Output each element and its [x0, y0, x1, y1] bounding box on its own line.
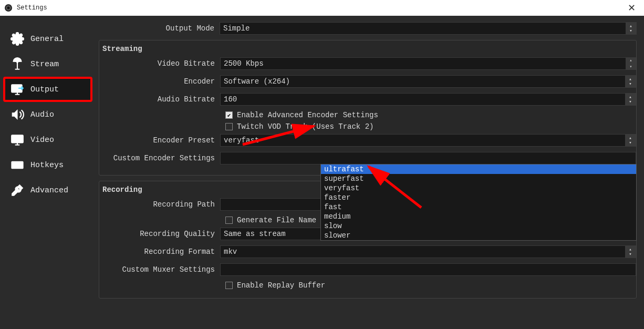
- settings-content: Output Mode Simple ▴▾ Streaming Video Bi…: [96, 16, 644, 329]
- output-mode-value: Simple: [223, 24, 250, 33]
- enable-advanced-label: Enable Advanced Encoder Settings: [237, 111, 378, 119]
- gear-icon: [11, 32, 24, 46]
- recording-quality-label: Recording Quality: [99, 230, 220, 238]
- svg-point-2: [7, 7, 10, 9]
- preset-option[interactable]: faster: [321, 193, 636, 202]
- streaming-group: Streaming Video Bitrate 2500 Kbps ▴▾ Enc…: [99, 40, 637, 176]
- encoder-preset-value: veryfast: [224, 136, 259, 145]
- preset-option[interactable]: superfast: [321, 174, 636, 183]
- window-title: Settings: [17, 4, 47, 12]
- custom-encoder-label: Custom Encoder Settings: [99, 154, 220, 162]
- tools-icon: [11, 183, 24, 197]
- chevron-updown-icon: ▴▾: [627, 248, 633, 257]
- custom-muxer-input[interactable]: [220, 263, 636, 276]
- recording-format-label: Recording Format: [99, 248, 220, 256]
- video-bitrate-value: 2500 Kbps: [224, 59, 264, 68]
- sidebar-item-output[interactable]: Output: [4, 78, 91, 101]
- replay-buffer-label: Enable Replay Buffer: [237, 281, 325, 290]
- encoder-label: Encoder: [99, 77, 220, 86]
- titlebar: Settings ✕: [0, 0, 644, 16]
- video-icon: [11, 133, 24, 147]
- encoder-preset-label: Encoder Preset: [99, 136, 220, 145]
- chevron-updown-icon: ▴▾: [627, 95, 633, 105]
- sidebar-item-label: Output: [30, 85, 59, 94]
- custom-muxer-label: Custom Muxer Settings: [99, 265, 220, 274]
- recording-path-label: Recording Path: [99, 200, 220, 209]
- sidebar-item-label: Advanced: [30, 186, 68, 195]
- audio-bitrate-label: Audio Bitrate: [99, 95, 220, 104]
- custom-encoder-input[interactable]: [220, 152, 636, 164]
- encoder-select[interactable]: Software (x264) ▴▾: [220, 75, 636, 88]
- chevron-updown-icon: ▴▾: [627, 77, 633, 87]
- encoder-preset-select[interactable]: veryfast ▴▾: [220, 134, 636, 147]
- audio-bitrate-select[interactable]: 160 ▴▾: [220, 93, 636, 106]
- output-mode-label: Output Mode: [99, 24, 220, 33]
- preset-option[interactable]: veryfast: [321, 183, 636, 193]
- twitch-vod-checkbox[interactable]: [225, 123, 233, 130]
- chevron-updown-icon: ▴▾: [627, 136, 633, 146]
- recording-quality-value: Same as stream: [224, 230, 286, 238]
- preset-option[interactable]: slower: [321, 231, 636, 240]
- preset-option[interactable]: fast: [321, 202, 636, 212]
- audio-bitrate-value: 160: [224, 95, 237, 104]
- sidebar-item-label: Hotkeys: [30, 161, 64, 170]
- video-bitrate-input[interactable]: 2500 Kbps: [220, 57, 636, 70]
- settings-sidebar: General Stream Output Audio Video Hotkey…: [0, 16, 96, 329]
- encoder-value: Software (x264): [224, 77, 290, 86]
- twitch-vod-label: Twitch VOD Track (Uses Track 2): [237, 122, 373, 131]
- sidebar-item-label: Video: [30, 136, 54, 145]
- sidebar-item-label: Stream: [30, 60, 59, 69]
- output-mode-select[interactable]: Simple ▴▾: [220, 22, 637, 35]
- obs-logo-icon: [4, 4, 13, 12]
- sidebar-item-hotkeys[interactable]: Hotkeys: [4, 153, 91, 177]
- antenna-icon: [11, 57, 24, 71]
- output-icon: [11, 83, 24, 96]
- sidebar-item-label: General: [30, 35, 64, 44]
- streaming-title: Streaming: [99, 45, 636, 57]
- preset-option[interactable]: slow: [321, 221, 636, 231]
- sidebar-item-video[interactable]: Video: [4, 128, 91, 151]
- recording-format-select[interactable]: mkv ▴▾: [220, 245, 636, 258]
- close-button[interactable]: ✕: [624, 1, 640, 15]
- recording-format-value: mkv: [224, 248, 237, 256]
- replay-buffer-checkbox[interactable]: [225, 282, 233, 289]
- chevron-updown-icon: ▴▾: [628, 24, 634, 34]
- sidebar-item-label: Audio: [30, 110, 54, 119]
- sidebar-item-advanced[interactable]: Advanced: [4, 179, 91, 202]
- preset-option[interactable]: medium: [321, 212, 636, 221]
- enable-advanced-checkbox[interactable]: ✔: [225, 111, 233, 119]
- encoder-preset-dropdown[interactable]: ultrafastsuperfastveryfastfasterfastmedi…: [320, 164, 637, 241]
- preset-option[interactable]: ultrafast: [321, 164, 636, 174]
- video-bitrate-label: Video Bitrate: [99, 59, 220, 68]
- keyboard-icon: [11, 158, 24, 172]
- sidebar-item-general[interactable]: General: [4, 27, 91, 50]
- sidebar-item-stream[interactable]: Stream: [4, 53, 91, 76]
- spin-arrows[interactable]: ▴▾: [626, 57, 636, 70]
- svg-point-4: [17, 61, 18, 63]
- no-space-checkbox[interactable]: [225, 217, 233, 224]
- svg-rect-6: [12, 135, 23, 142]
- audio-icon: [11, 108, 24, 121]
- sidebar-item-audio[interactable]: Audio: [4, 103, 91, 126]
